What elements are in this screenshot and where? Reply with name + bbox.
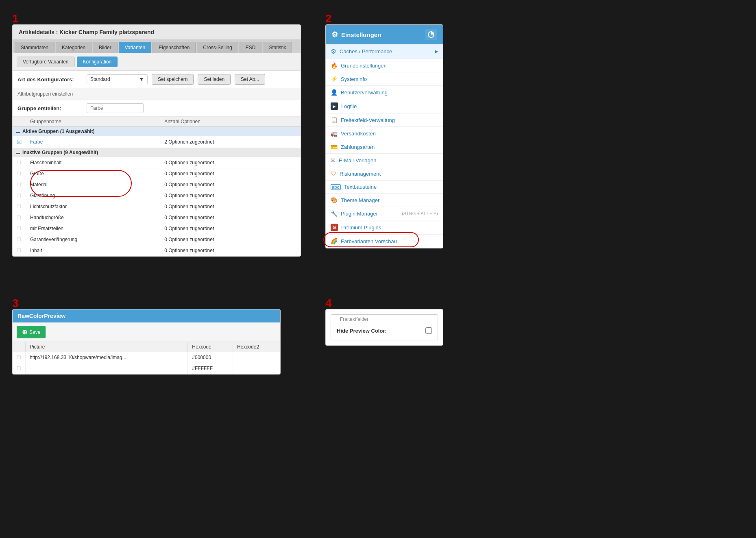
set-ab-button[interactable]: Set Ab... bbox=[235, 74, 265, 85]
tab-kategorien[interactable]: Kategorien bbox=[56, 42, 92, 53]
varianten-table: Gruppenname Anzahl Optionen ▬ Aktive Gru… bbox=[13, 117, 301, 256]
settings-item-farbvarianten[interactable]: 🌈 Farbvarianten Vorschau bbox=[326, 235, 443, 248]
terminal-icon: ▶ bbox=[331, 102, 338, 110]
col-checkbox bbox=[13, 117, 26, 127]
settings-item-plugin[interactable]: 🔧 Plugin Manager (STRG + ALT + P) bbox=[326, 207, 443, 220]
col-picture: Picture bbox=[26, 342, 188, 352]
col-hexcode: Hexcode bbox=[188, 342, 233, 352]
cell-name: Inhalt bbox=[26, 245, 160, 256]
tab-varianten[interactable]: Varianten bbox=[119, 42, 151, 53]
cell-opts: 0 Optionen zugeordnet bbox=[160, 212, 301, 223]
fire-icon: 🔥 bbox=[331, 62, 338, 69]
settings-item-email[interactable]: ✉ E-Mail-Vorlagen bbox=[326, 154, 443, 167]
cell-cb[interactable]: ☐ bbox=[13, 352, 26, 363]
table-row[interactable]: ☐ #FFFFFF bbox=[13, 363, 280, 374]
set-speichern-button[interactable]: Set speichern bbox=[152, 74, 194, 85]
cell-name: Glastönung bbox=[26, 190, 160, 201]
section1-panel: Artikeldetails : Kicker Champ Family pla… bbox=[12, 24, 301, 257]
s3-title: RawColorPreview bbox=[13, 309, 280, 322]
settings-item-premium[interactable]: G Premium Plugins bbox=[326, 220, 443, 235]
tab-esd[interactable]: ESD bbox=[240, 42, 262, 53]
cell-opts: 0 Optionen zugeordnet bbox=[160, 201, 301, 212]
grundeinstellungen-label: Grundeinstellungen bbox=[341, 63, 438, 69]
col-anzahl: Anzahl Optionen bbox=[160, 117, 301, 127]
table-row[interactable]: ☐Garantieverlängerung0 Optionen zugeordn… bbox=[13, 234, 301, 245]
table-row[interactable]: ☐Inhalt0 Optionen zugeordnet bbox=[13, 245, 301, 256]
gruppe-erstellen-row: Gruppe erstellen: bbox=[13, 100, 301, 117]
cell-picture bbox=[26, 363, 188, 374]
benutzerverwaltung-label: Benutzerverwaltung bbox=[341, 89, 438, 96]
hide-preview-checkbox[interactable] bbox=[425, 327, 432, 334]
settings-item-zahlungsarten[interactable]: 💳 Zahlungsarten bbox=[326, 140, 443, 154]
rawcolor-table: Picture Hexcode Hexcode2 ☐ http://192.16… bbox=[13, 342, 280, 374]
gear-icon: ⚙ bbox=[331, 30, 338, 39]
table-row[interactable]: ☑ Farbe 2 Optionen zugeordnet bbox=[13, 136, 301, 148]
theme-label: Theme Manager bbox=[341, 197, 438, 203]
table-row[interactable]: ☐mit Ersatzteilen0 Optionen zugeordnet bbox=[13, 223, 301, 234]
set-laden-button[interactable]: Set laden bbox=[198, 74, 231, 85]
settings-item-systeminfo[interactable]: ⚡ Systeminfo bbox=[326, 72, 443, 86]
tab-eigenschaften[interactable]: Eigenschaften bbox=[153, 42, 196, 53]
email-icon: ✉ bbox=[331, 157, 336, 163]
col-hexcode2: Hexcode2 bbox=[233, 342, 280, 352]
cell-opts: 0 Optionen zugeordnet bbox=[160, 234, 301, 245]
gruppe-erstellen-label: Gruppe erstellen: bbox=[17, 105, 83, 111]
premium-label: Premium Plugins bbox=[341, 224, 438, 231]
cell-checkbox[interactable]: ☑ bbox=[13, 136, 26, 148]
settings-item-theme[interactable]: 🎨 Theme Manager bbox=[326, 194, 443, 207]
tab-bilder[interactable]: Bilder bbox=[93, 42, 118, 53]
save-button[interactable]: ⊕ Save bbox=[17, 326, 46, 338]
settings-item-caches[interactable]: ⚙ Caches / Performance ▶ bbox=[326, 44, 443, 59]
settings-item-grundeinstellungen[interactable]: 🔥 Grundeinstellungen bbox=[326, 59, 443, 72]
zahlungsarten-label: Zahlungsarten bbox=[341, 144, 438, 150]
card-icon: 💳 bbox=[331, 144, 338, 150]
farbvarianten-label: Farbvarianten Vorschau bbox=[341, 238, 438, 244]
settings-item-versandkosten[interactable]: 🚛 Versandkosten bbox=[326, 127, 443, 140]
tab-stammdaten[interactable]: Stammdaten bbox=[15, 42, 54, 53]
table-row[interactable]: ☐Handtuchgröße0 Optionen zugeordnet bbox=[13, 212, 301, 223]
cell-name: Handtuchgröße bbox=[26, 212, 160, 223]
settings-item-benutzerverwaltung[interactable]: 👤 Benutzerverwaltung bbox=[326, 86, 443, 99]
gruppe-erstellen-input[interactable] bbox=[87, 103, 144, 113]
collapse-icon-inactive: ▬ bbox=[16, 150, 20, 155]
table-row[interactable]: ☐Glastönung0 Optionen zugeordnet bbox=[13, 190, 301, 201]
table-row[interactable]: ☐Material0 Optionen zugeordnet bbox=[13, 179, 301, 190]
cell-cb[interactable]: ☐ bbox=[13, 363, 26, 374]
settings-item-logfile[interactable]: ▶ Logfile bbox=[326, 99, 443, 113]
section-number-2: 2 bbox=[325, 12, 332, 25]
riskmanagement-label: Riskmanagement bbox=[340, 171, 438, 177]
chevron-down-icon: ▼ bbox=[139, 76, 144, 82]
email-label: E-Mail-Vorlagen bbox=[339, 157, 438, 163]
shield-icon: 🛡 bbox=[331, 170, 336, 177]
cell-farbe-options: 2 Optionen zugeordnet bbox=[160, 136, 301, 148]
analytics-tab-partial[interactable] bbox=[425, 29, 437, 40]
inner-tab-konfiguration[interactable]: Konfiguration bbox=[77, 57, 118, 67]
cell-opts: 0 Optionen zugeordnet bbox=[160, 223, 301, 234]
inner-tab-verfuegbare[interactable]: Verfügbare Varianten bbox=[17, 57, 75, 67]
caches-icon: ⚙ bbox=[331, 48, 336, 55]
plus-icon: ⊕ bbox=[22, 328, 27, 336]
table-row[interactable]: ☐Flascheninhalt0 Optionen zugeordnet bbox=[13, 157, 301, 168]
top-tab-bar: Stammdaten Kategorien Bilder Varianten E… bbox=[13, 40, 301, 53]
versandkosten-label: Versandkosten bbox=[341, 131, 438, 137]
systeminfo-label: Systeminfo bbox=[341, 76, 438, 82]
save-label: Save bbox=[29, 329, 40, 335]
cell-opts: 0 Optionen zugeordnet bbox=[160, 179, 301, 190]
active-groups-header-row: ▬ Aktive Gruppen (1 Ausgewählt) bbox=[13, 127, 301, 136]
table-row[interactable]: ☐ http://192.168.33.10/shopware/media/im… bbox=[13, 352, 280, 363]
settings-title: Einstellungen bbox=[341, 31, 381, 38]
configurator-select[interactable]: Standard ▼ bbox=[87, 74, 148, 84]
hide-preview-label: Hide Preview Color: bbox=[337, 328, 421, 334]
table-row[interactable]: ☐Lichtschutzfaktor0 Optionen zugeordnet bbox=[13, 201, 301, 212]
table-row[interactable]: ☐Größe0 Optionen zugeordnet bbox=[13, 168, 301, 179]
attribut-section-header: Attributgruppen einstellen bbox=[13, 88, 301, 100]
list-icon: 📋 bbox=[331, 117, 338, 123]
tab-statistik[interactable]: Statistik bbox=[263, 42, 292, 53]
settings-item-freitextfeld[interactable]: 📋 Freitextfeld-Verwaltung bbox=[326, 113, 443, 127]
settings-item-riskmanagement[interactable]: 🛡 Riskmanagement bbox=[326, 167, 443, 181]
settings-item-textbausteine[interactable]: abc Textbausteine bbox=[326, 181, 443, 194]
tab-crossselling[interactable]: Cross-Selling bbox=[197, 42, 238, 53]
cell-hex2 bbox=[233, 352, 280, 363]
inner-tab-bar: Verfügbare Varianten Konfiguration bbox=[13, 53, 301, 71]
configurator-label: Art des Konfigurators: bbox=[17, 76, 83, 83]
